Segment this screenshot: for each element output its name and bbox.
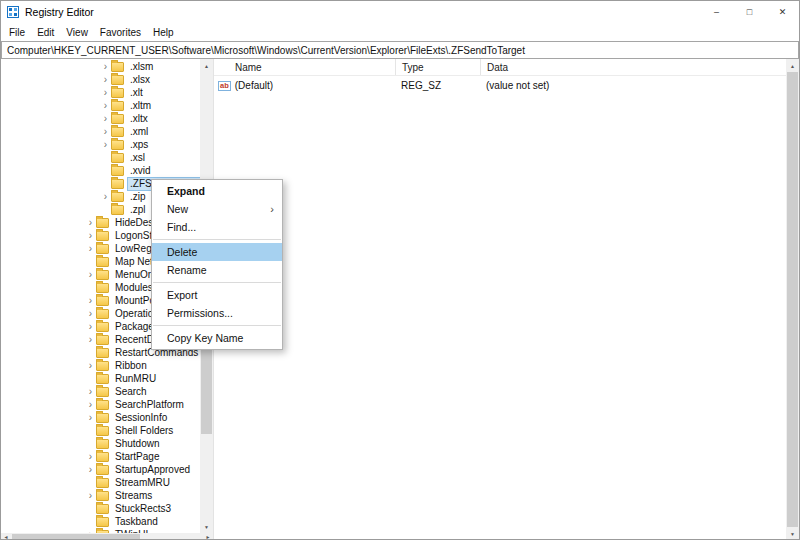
tree-item[interactable]: ›Ribbon [1,359,200,372]
expand-arrow-icon[interactable]: › [100,113,111,124]
tree-item[interactable]: ›SearchPlatform [1,398,200,411]
expand-arrow-icon[interactable]: › [85,490,96,501]
tree-item[interactable]: ›StartPage [1,450,200,463]
tree-item[interactable]: ›.xltx [1,112,200,125]
folder-icon [96,452,109,462]
folder-icon [96,231,109,241]
context-menu-item-label: New [167,203,188,215]
tree-hscrollbar-thumb[interactable] [12,534,140,540]
menu-view[interactable]: View [60,25,94,40]
values-scrollbar-thumb[interactable] [787,72,798,527]
context-menu-item-label: Copy Key Name [167,332,243,344]
expand-arrow-icon[interactable]: › [100,126,111,137]
scroll-up-icon[interactable]: ▲ [200,59,213,72]
folder-icon [96,322,109,332]
tree-item-label: Modules [113,282,155,294]
expand-arrow-icon[interactable]: › [100,61,111,72]
expand-arrow-icon[interactable]: › [85,399,96,410]
expand-arrow-icon[interactable]: › [85,269,96,280]
tree-item[interactable]: ›.xml [1,125,200,138]
tree-item[interactable]: ›.xltm [1,99,200,112]
expand-arrow-icon[interactable]: › [85,464,96,475]
folder-icon [96,270,109,280]
menu-help[interactable]: Help [147,25,180,40]
expand-arrow-icon[interactable]: › [85,451,96,462]
expand-arrow-icon[interactable]: › [85,386,96,397]
value-row[interactable]: ab(Default)REG_SZ(value not set) [214,78,788,93]
context-menu-item-label: Delete [167,246,197,258]
expand-arrow-icon[interactable]: › [85,412,96,423]
folder-icon [96,413,109,423]
tree-item[interactable]: ›.xps [1,138,200,151]
context-menu-item-label: Permissions... [167,307,233,319]
expand-arrow-icon[interactable]: › [85,321,96,332]
expand-arrow-icon[interactable]: › [100,191,111,202]
tree-item-label: Search [113,386,149,398]
scroll-left-icon[interactable]: ◄ [1,533,11,540]
context-menu-rename[interactable]: Rename [152,261,282,279]
context-menu-export[interactable]: Export [152,286,282,304]
expand-arrow-icon[interactable]: › [85,243,96,254]
folder-icon [96,348,109,358]
expand-arrow-icon[interactable]: › [85,334,96,345]
context-menu-find[interactable]: Find... [152,218,282,236]
menu-separator [153,325,281,326]
tree-item[interactable]: Shutdown [1,437,200,450]
tree-item[interactable]: StuckRects3 [1,502,200,515]
expand-arrow-icon[interactable]: › [100,87,111,98]
tree-item[interactable]: .xsl [1,151,200,164]
column-header-type[interactable]: Type [396,59,481,75]
tree-item[interactable]: ›SessionInfo [1,411,200,424]
minimize-button[interactable]: – [700,1,733,23]
tree-item[interactable]: ›StartupApproved [1,463,200,476]
tree-item-label: Streams [113,490,154,502]
maximize-button[interactable]: □ [733,1,766,23]
menu-favorites[interactable]: Favorites [94,25,147,40]
close-button[interactable]: ✕ [766,1,799,23]
menu-edit[interactable]: Edit [31,25,60,40]
tree-item[interactable]: ›.xlsm [1,60,200,73]
scroll-down-icon[interactable]: ▼ [786,527,799,540]
tree-item[interactable]: ›Streams [1,489,200,502]
tree-item-label: StartupApproved [113,464,192,476]
column-header-name[interactable]: Name [214,59,396,75]
tree-item[interactable]: RunMRU [1,372,200,385]
expand-arrow-icon[interactable]: › [85,360,96,371]
tree-item[interactable]: ›.xlt [1,86,200,99]
tree-item[interactable]: ›.xlsx [1,73,200,86]
context-menu-delete[interactable]: Delete [152,243,282,261]
tree-item[interactable]: ›Search [1,385,200,398]
context-menu-new[interactable]: New› [152,200,282,218]
scroll-up-icon[interactable]: ▲ [786,59,799,72]
scroll-right-icon[interactable]: ► [203,533,213,540]
values-vertical-scrollbar[interactable]: ▲ ▼ [786,59,799,540]
menu-separator [153,239,281,240]
expand-arrow-icon[interactable]: › [100,139,111,150]
tree-item[interactable]: StreamMRU [1,476,200,489]
context-menu-permissions[interactable]: Permissions... [152,304,282,322]
scroll-down-icon[interactable]: ▼ [200,520,213,533]
menu-file[interactable]: File [3,25,31,40]
expand-arrow-icon[interactable]: › [85,230,96,241]
tree-item[interactable]: .xvid [1,164,200,177]
tree-item-label: .xltx [128,113,150,125]
context-menu-copy-key-name[interactable]: Copy Key Name [152,329,282,347]
expand-arrow-icon[interactable]: › [85,217,96,228]
folder-icon [96,465,109,475]
context-menu-expand[interactable]: Expand [152,182,282,200]
tree-item[interactable]: Taskband [1,515,200,528]
tree-item[interactable]: Shell Folders [1,424,200,437]
folder-icon [96,283,109,293]
tree-horizontal-scrollbar[interactable]: ◄ ► [1,533,213,540]
expand-arrow-icon[interactable]: › [100,100,111,111]
expand-arrow-icon[interactable]: › [100,74,111,85]
column-header-data[interactable]: Data [481,59,788,75]
address-text: Computer\HKEY_CURRENT_USER\Software\Micr… [7,45,525,56]
registry-editor-icon [7,6,19,18]
context-menu: ExpandNew›Find...DeleteRenameExportPermi… [151,179,283,350]
folder-icon [96,257,109,267]
address-bar[interactable]: Computer\HKEY_CURRENT_USER\Software\Micr… [1,41,799,59]
folder-icon [111,88,124,98]
expand-arrow-icon[interactable]: › [85,295,96,306]
expand-arrow-icon[interactable]: › [85,308,96,319]
